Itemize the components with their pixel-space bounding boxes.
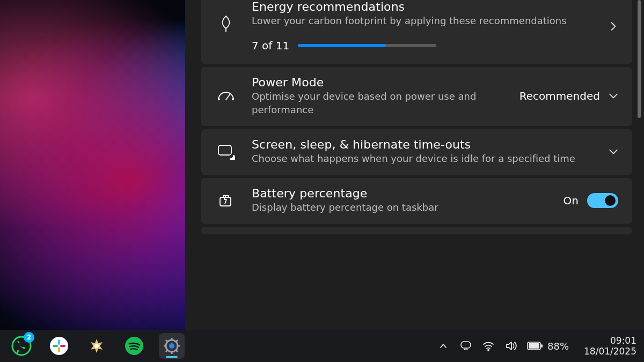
svg-point-13 (169, 343, 174, 349)
battery-charge-icon (215, 193, 237, 209)
chevron-right-icon (609, 21, 618, 31)
svg-rect-6 (58, 339, 60, 345)
monitor-moon-icon (215, 144, 237, 160)
svg-point-10 (94, 344, 99, 348)
chevron-down-icon (609, 147, 618, 157)
gauge-icon (215, 89, 237, 103)
taskbar-time: 09:01 (584, 335, 636, 346)
taskbar: 2 (0, 330, 644, 362)
chevron-down-icon (609, 91, 618, 101)
energy-progress-bar (298, 44, 436, 47)
taskbar-clock[interactable]: 09:01 18/01/2025 (584, 335, 636, 357)
svg-rect-2 (218, 145, 231, 155)
svg-rect-8 (58, 347, 60, 352)
svg-point-0 (218, 99, 219, 100)
energy-title: Energy recommendations (252, 0, 594, 13)
battery-percentage-card: Battery percentage Display battery perce… (201, 178, 632, 224)
energy-progress-label: 7 of 11 (252, 39, 289, 52)
power-mode-subtitle: Optimise your device based on power use … (252, 90, 504, 116)
taskbar-settings[interactable] (159, 333, 185, 359)
battery-icon (527, 341, 543, 351)
settings-window: Energy recommendations Lower your carbon… (185, 0, 644, 330)
power-mode-value: Recommended (519, 90, 600, 102)
energy-progress-fill (298, 44, 386, 47)
whatsapp-badge: 2 (24, 332, 34, 343)
taskbar-pinned-apps: 2 (9, 333, 185, 359)
svg-point-1 (232, 99, 233, 100)
tray-battery[interactable]: 88% (527, 341, 569, 352)
power-mode-title: Power Mode (252, 76, 504, 89)
timeouts-card[interactable]: Screen, sleep, & hibernate time-outs Cho… (201, 129, 632, 175)
battery-percentage-subtitle: Display battery percentage on taskbar (252, 201, 548, 214)
volume-icon[interactable] (504, 339, 517, 352)
svg-rect-17 (541, 344, 543, 348)
next-card-peek[interactable] (201, 227, 632, 234)
settings-cards: Energy recommendations Lower your carbon… (201, 0, 632, 330)
timeouts-title: Screen, sleep, & hibernate time-outs (252, 138, 594, 151)
tray-battery-label: 88% (547, 341, 569, 352)
svg-rect-16 (529, 343, 539, 349)
energy-subtitle: Lower your carbon footprint by applying … (252, 14, 594, 27)
timeouts-subtitle: Choose what happens when your device is … (252, 152, 594, 165)
copilot-icon[interactable] (459, 339, 472, 352)
svg-rect-7 (53, 345, 58, 347)
battery-percentage-title: Battery percentage (252, 187, 548, 200)
taskbar-system-tray: 88% 09:01 18/01/2025 (437, 335, 636, 357)
toggle-knob (605, 195, 616, 206)
energy-recommendations-card[interactable]: Energy recommendations Lower your carbon… (201, 0, 632, 64)
leaf-icon (215, 15, 237, 33)
battery-percentage-state: On (564, 194, 579, 207)
taskbar-date: 18/01/2025 (584, 346, 636, 357)
svg-point-14 (488, 350, 489, 351)
power-mode-card[interactable]: Power Mode Optimise your device based on… (201, 67, 632, 126)
taskbar-spotify[interactable] (121, 333, 147, 359)
svg-rect-9 (60, 345, 65, 347)
taskbar-slack[interactable] (46, 333, 72, 359)
tray-overflow-chevron-icon[interactable] (437, 339, 450, 352)
settings-scrollbar[interactable] (638, 0, 641, 118)
wifi-icon[interactable] (482, 339, 495, 352)
taskbar-whatsapp[interactable]: 2 (9, 333, 34, 359)
power-mode-dropdown[interactable]: Recommended (519, 90, 618, 102)
taskbar-app-flower[interactable] (84, 333, 109, 359)
battery-percentage-toggle[interactable] (587, 193, 618, 208)
